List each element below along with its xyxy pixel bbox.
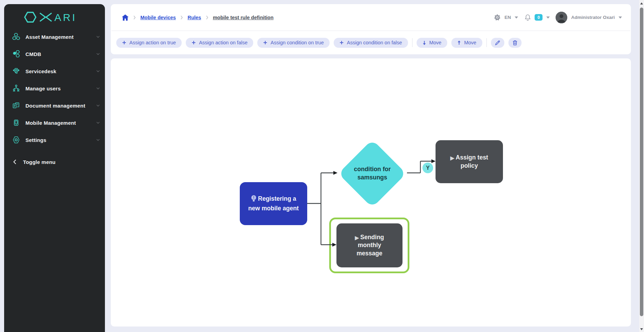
- plus-icon: [263, 41, 267, 45]
- breadcrumb-link-rules[interactable]: Rules: [187, 15, 201, 20]
- header-card: Mobile devices Rules mobile test rule de…: [111, 4, 631, 54]
- sidebar-item-label: Document management: [25, 103, 96, 109]
- flow-node-registering-agent[interactable]: ! Registering a new mobile agent: [240, 182, 307, 225]
- sidebar-item-settings[interactable]: Settings: [4, 131, 105, 148]
- hexagon-cluster-icon: [12, 32, 21, 41]
- sidebar-item-servicedesk[interactable]: Servicedesk: [4, 63, 105, 80]
- delete-button[interactable]: [508, 38, 522, 48]
- breadcrumb-separator-icon: [206, 15, 208, 20]
- sidebar: ARI Asset Management: [4, 4, 105, 332]
- breadcrumb-link-mobile-devices[interactable]: Mobile devices: [140, 15, 176, 20]
- sidebar-item-document-management[interactable]: Document management: [4, 97, 105, 114]
- sidebar-item-manage-users[interactable]: Manage users: [4, 80, 105, 97]
- chevron-left-icon: [13, 159, 16, 164]
- sidebar-item-mobile-management[interactable]: Mobile Management: [4, 114, 105, 131]
- chevron-down-icon: [96, 87, 100, 90]
- scroll-down-icon[interactable]: [640, 328, 643, 330]
- pencil-icon: [495, 40, 500, 45]
- chevron-down-icon: [96, 121, 100, 124]
- sidebar-item-label: Asset Management: [25, 34, 96, 40]
- button-label: Assign condition on false: [347, 40, 402, 45]
- play-icon: ▶: [450, 155, 454, 161]
- oxari-logo: ARI: [4, 4, 105, 25]
- assign-action-on-true-button[interactable]: Assign action on true: [116, 38, 182, 48]
- avatar[interactable]: [556, 12, 567, 23]
- header-controls: EN 0 Administrator Oxar: [494, 12, 622, 23]
- move-down-button[interactable]: Move: [417, 38, 447, 48]
- plus-icon: [192, 41, 196, 45]
- flow-node-assign-test-policy[interactable]: ▶Assign test policy: [436, 140, 503, 183]
- edit-button[interactable]: [491, 38, 504, 48]
- sidebar-item-label: CMDB: [25, 51, 96, 57]
- chevron-down-icon: [96, 139, 100, 141]
- svg-text:!: !: [253, 196, 255, 200]
- toolbar: Assign action on true Assign action on f…: [111, 31, 631, 54]
- language-selector[interactable]: EN: [504, 15, 511, 20]
- mobile-icon: [12, 118, 21, 127]
- chevron-down-icon: [96, 53, 100, 55]
- move-up-button[interactable]: Move: [451, 38, 482, 48]
- button-label: Move: [429, 40, 441, 45]
- headset-icon: [12, 67, 21, 76]
- arrow-up-icon: [457, 41, 461, 45]
- sidebar-item-label: Manage users: [25, 86, 96, 91]
- button-label: Assign action on true: [129, 40, 176, 45]
- logo-hexagon-o: [25, 12, 36, 22]
- sidebar-item-cmdb[interactable]: CMDB: [4, 45, 105, 63]
- gear-hexagon-icon: [12, 135, 21, 144]
- sidebar-item-label: Mobile Management: [25, 120, 96, 126]
- breadcrumb-current-page: mobile test rule definition: [213, 15, 273, 20]
- chevron-down-icon: [96, 35, 100, 38]
- flow-canvas[interactable]: ! Registering a new mobile agent conditi…: [111, 58, 631, 327]
- breadcrumb-separator-icon: [133, 15, 136, 20]
- scroll-up-icon[interactable]: [640, 2, 643, 5]
- sidebar-item-label: Settings: [25, 137, 96, 143]
- bell-icon[interactable]: [525, 14, 531, 21]
- bulb-icon: !: [251, 195, 257, 204]
- home-icon[interactable]: [122, 14, 129, 21]
- node-label: condition for samsungs: [348, 165, 396, 181]
- arrowhead-to-condition: [333, 171, 337, 175]
- toolbar-separator: [486, 38, 487, 47]
- sidebar-item-asset-management[interactable]: Asset Management: [4, 28, 105, 45]
- assign-action-on-false-button[interactable]: Assign action on false: [186, 38, 253, 48]
- caret-down-icon[interactable]: [546, 16, 550, 19]
- button-label: Assign condition on true: [270, 40, 324, 45]
- svg-text:ARI: ARI: [54, 12, 77, 23]
- caret-down-icon[interactable]: [619, 16, 622, 19]
- breadcrumb: Mobile devices Rules mobile test rule de…: [111, 4, 631, 31]
- button-label: Assign action on false: [199, 40, 247, 45]
- node-label: Sending monthly message: [357, 234, 384, 256]
- user-name[interactable]: Administrator Oxari: [571, 15, 615, 20]
- scrollbar-thumb[interactable]: [640, 8, 643, 316]
- documents-icon: [12, 101, 21, 110]
- assign-condition-on-false-button[interactable]: Assign condition on false: [334, 38, 408, 48]
- chevron-down-icon: [96, 70, 100, 73]
- trash-icon: [513, 40, 517, 45]
- chevron-down-icon: [96, 104, 100, 107]
- selection-outline: ▶Sending monthly message: [329, 218, 409, 273]
- org-users-icon: [12, 84, 21, 93]
- flow-node-sending-monthly-message[interactable]: ▶Sending monthly message: [336, 223, 402, 267]
- arrowhead-to-assign: [431, 159, 436, 163]
- sidebar-item-label: Servicedesk: [25, 68, 96, 74]
- hexagons-icon: [12, 49, 21, 58]
- edge-label-yes: Y: [422, 163, 433, 173]
- vertical-scrollbar[interactable]: [639, 0, 644, 332]
- toggle-menu-button[interactable]: Toggle menu: [4, 153, 105, 170]
- gear-icon[interactable]: [494, 14, 501, 21]
- node-label: Assign test policy: [456, 154, 488, 169]
- notification-count-badge[interactable]: 0: [535, 14, 543, 21]
- caret-down-icon[interactable]: [515, 16, 518, 19]
- button-label: Move: [464, 40, 476, 45]
- flow-node-condition-samsungs[interactable]: condition for samsungs: [338, 140, 406, 208]
- plus-icon: [122, 41, 126, 45]
- toggle-menu-label: Toggle menu: [23, 159, 55, 165]
- sidebar-nav: Asset Management CMDB: [4, 28, 105, 148]
- assign-condition-on-true-button[interactable]: Assign condition on true: [257, 38, 330, 48]
- arrow-down-icon: [422, 41, 426, 45]
- plus-icon: [340, 41, 344, 45]
- toolbar-separator: [412, 38, 412, 47]
- breadcrumb-separator-icon: [180, 15, 183, 20]
- play-icon: ▶: [355, 235, 359, 241]
